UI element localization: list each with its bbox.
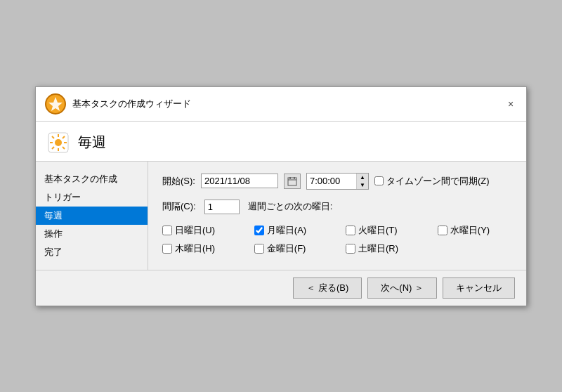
body: 基本タスクの作成 トリガー 毎週 操作 完了 開始(S): xyxy=(36,162,526,270)
start-row: 開始(S): ▲ ▼ xyxy=(162,173,512,190)
sidebar-item-weekly[interactable]: 毎週 xyxy=(36,207,148,225)
sidebar: 基本タスクの作成 トリガー 毎週 操作 完了 xyxy=(36,162,148,270)
footer: ＜ 戻る(B) 次へ(N) ＞ キャンセル xyxy=(36,270,526,306)
time-input-wrap: ▲ ▼ xyxy=(306,173,369,190)
svg-rect-12 xyxy=(288,178,296,185)
checkbox-sun[interactable] xyxy=(162,226,172,235)
timezone-checkbox[interactable] xyxy=(374,176,384,185)
checkbox-thu[interactable] xyxy=(162,244,172,254)
label-sun[interactable]: 日曜日(U) xyxy=(175,224,215,237)
title-bar-left: 基本タスクの作成ウィザード xyxy=(44,93,191,115)
back-button[interactable]: ＜ 戻る(B) xyxy=(293,277,362,299)
header-icon xyxy=(47,131,70,154)
label-fri[interactable]: 金曜日(F) xyxy=(267,242,306,255)
calendar-icon xyxy=(287,176,297,186)
sidebar-item-trigger[interactable]: トリガー xyxy=(36,188,148,207)
weekday-fri: 金曜日(F) xyxy=(254,242,329,255)
next-button[interactable]: 次へ(N) ＞ xyxy=(367,277,437,299)
weekday-sun: 日曜日(U) xyxy=(162,224,237,237)
cancel-button[interactable]: キャンセル xyxy=(443,277,515,299)
checkbox-tue[interactable] xyxy=(346,226,355,235)
label-sat[interactable]: 土曜日(R) xyxy=(358,242,398,255)
start-label: 開始(S): xyxy=(162,175,195,188)
dialog: 基本タスクの作成ウィザード × 毎週 基本タスクの作成 トリガー 毎週 操作 完 xyxy=(35,86,527,306)
title-text: 基本タスクの作成ウィザード xyxy=(72,98,191,110)
label-mon[interactable]: 月曜日(A) xyxy=(267,224,306,237)
time-spinner: ▲ ▼ xyxy=(356,174,368,189)
svg-point-3 xyxy=(55,139,62,146)
label-wed[interactable]: 水曜日(Y) xyxy=(450,224,490,237)
weekday-wed: 水曜日(Y) xyxy=(438,224,512,237)
weekday-thu: 木曜日(H) xyxy=(162,242,237,255)
time-down-button[interactable]: ▼ xyxy=(357,181,368,189)
weekday-grid: 日曜日(U) 月曜日(A) 火曜日(T) 水曜日(Y) 木曜日(H) xyxy=(162,224,512,255)
header-section: 毎週 xyxy=(36,122,526,162)
timezone-row: タイムゾーン間で同期(Z) xyxy=(374,175,490,188)
checkbox-sat[interactable] xyxy=(346,244,355,254)
sidebar-item-done[interactable]: 完了 xyxy=(36,243,148,261)
header-title: 毎週 xyxy=(78,133,106,152)
checkbox-mon[interactable] xyxy=(254,226,264,235)
calendar-button[interactable] xyxy=(284,174,301,189)
sidebar-item-create[interactable]: 基本タスクの作成 xyxy=(36,170,148,188)
start-date-input[interactable] xyxy=(201,174,278,188)
checkbox-wed[interactable] xyxy=(438,226,447,235)
label-tue[interactable]: 火曜日(T) xyxy=(358,224,398,237)
weekday-mon: 月曜日(A) xyxy=(254,224,329,237)
checkbox-fri[interactable] xyxy=(254,244,264,254)
time-input[interactable] xyxy=(307,174,356,189)
timezone-label[interactable]: タイムゾーン間で同期(Z) xyxy=(386,175,490,188)
interval-row: 間隔(C): 週間ごとの次の曜日: xyxy=(162,200,512,214)
weekday-tue: 火曜日(T) xyxy=(346,224,421,237)
close-button[interactable]: × xyxy=(504,97,518,111)
interval-input[interactable] xyxy=(204,200,240,214)
sidebar-item-action[interactable]: 操作 xyxy=(36,225,148,243)
time-up-button[interactable]: ▲ xyxy=(357,174,368,181)
title-bar: 基本タスクの作成ウィザード × xyxy=(36,87,526,122)
weekday-sat: 土曜日(R) xyxy=(346,242,421,255)
weekdays-label: 週間ごとの次の曜日: xyxy=(248,200,333,213)
content: 開始(S): ▲ ▼ xyxy=(148,162,526,270)
label-thu[interactable]: 木曜日(H) xyxy=(175,242,215,255)
interval-label: 間隔(C): xyxy=(162,200,196,213)
title-bar-icon xyxy=(44,93,67,115)
